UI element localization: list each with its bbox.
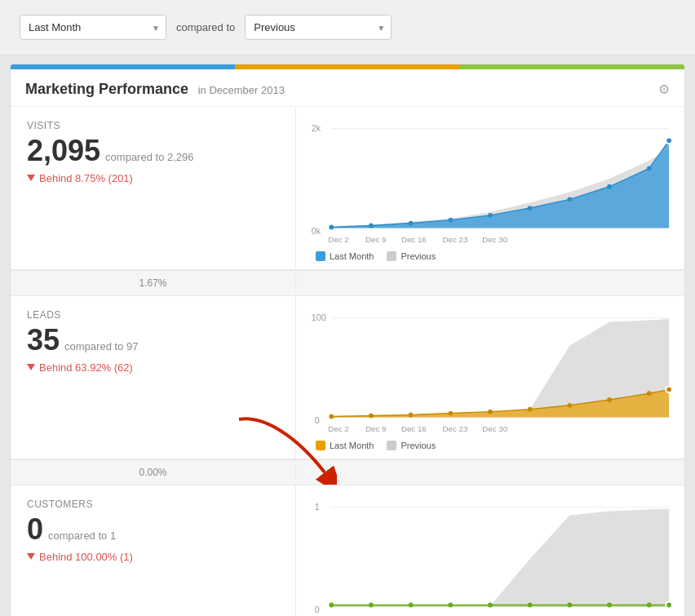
svg-point-53 [488, 603, 493, 608]
metric-right-visits: 2k 0k [296, 107, 684, 269]
visits-legend-prev-label: Previous [401, 251, 436, 261]
customers-label: Customers [27, 499, 279, 510]
leads-legend-previous: Previous [387, 441, 436, 450]
visits-legend-previous: Previous [387, 251, 436, 261]
svg-point-31 [488, 410, 493, 414]
metric-row-leads: Leads 35 compared to 97 Behind 63.92% (6… [11, 296, 684, 459]
customers-change: Behind 100.00% (1) [27, 551, 279, 563]
svg-text:Dec 2: Dec 2 [328, 235, 348, 244]
svg-point-49 [329, 603, 334, 608]
leads-legend-dot-orange [316, 441, 325, 450]
svg-point-52 [448, 603, 453, 608]
svg-point-6 [329, 225, 334, 230]
svg-marker-5 [331, 140, 669, 228]
svg-point-32 [528, 407, 533, 412]
color-bar-blue [11, 64, 235, 69]
svg-point-30 [448, 411, 453, 416]
svg-point-50 [369, 603, 374, 608]
leads-legend: Last Month Previous [308, 441, 673, 450]
visits-value: 2,095 [27, 135, 100, 167]
visits-legend-last-month: Last Month [316, 251, 374, 261]
svg-text:Dec 23: Dec 23 [443, 424, 468, 433]
color-bar-green [460, 64, 684, 69]
panel-title-area: Marketing Performance in December 2013 [25, 81, 285, 98]
metric-row-customers: Customers 0 compared to 1 Behind 100.00%… [11, 485, 684, 616]
svg-text:Dec 16: Dec 16 [401, 235, 427, 244]
metric-right-leads: 100 0 [296, 296, 684, 459]
svg-text:Dec 9: Dec 9 [365, 424, 386, 433]
svg-point-54 [528, 603, 533, 608]
gear-icon[interactable]: ⚙ [658, 82, 670, 97]
svg-point-14 [647, 166, 652, 171]
svg-point-10 [488, 213, 493, 218]
leads-label: Leads [27, 309, 279, 321]
customers-value: 0 [27, 513, 43, 546]
customers-compared: compared to 1 [48, 530, 116, 542]
leads-compared: compared to 97 [64, 340, 138, 352]
metric-left-leads: Leads 35 compared to 97 Behind 63.92% (6… [11, 296, 296, 459]
svg-point-29 [409, 413, 414, 418]
separator-leads-value: 0.00% [11, 464, 296, 481]
separator-visits-leads: 1.67% [11, 270, 684, 296]
leads-legend-last-month: Last Month [316, 441, 374, 450]
metrics-container: Visits 2,095 compared to 2,296 Behind 8.… [11, 107, 684, 616]
metric-right-customers: 1 0 [296, 485, 684, 616]
svg-point-51 [409, 603, 414, 608]
customers-down-arrow [27, 553, 35, 560]
compared-to-label: compared to [176, 21, 235, 33]
visits-compared: compared to 2,296 [105, 151, 193, 163]
svg-point-11 [528, 206, 533, 211]
svg-text:Dec 2: Dec 2 [328, 424, 348, 433]
leads-value: 35 [27, 324, 60, 357]
panel-subtitle: in December 2013 [198, 84, 285, 96]
separator-leads-customers: 0.00% [11, 459, 684, 485]
panel-title: Marketing Performance [25, 81, 188, 97]
metric-left-customers: Customers 0 compared to 1 Behind 100.00%… [11, 485, 296, 616]
visits-legend-dot-gray [387, 251, 396, 261]
separator-right-1 [296, 275, 684, 291]
svg-point-34 [607, 397, 612, 402]
svg-text:Dec 9: Dec 9 [365, 235, 386, 244]
svg-text:2k: 2k [312, 123, 321, 133]
main-panel: Marketing Performance in December 2013 ⚙… [10, 64, 685, 616]
color-bar-orange [235, 64, 459, 69]
metric-left-visits: Visits 2,095 compared to 2,296 Behind 8.… [11, 107, 296, 269]
period-select-wrapper[interactable]: Last Month This Month Last Week [20, 15, 166, 40]
svg-point-7 [369, 224, 374, 228]
svg-text:0k: 0k [312, 226, 321, 236]
svg-text:Dec 30: Dec 30 [482, 424, 507, 433]
visits-legend-dot-blue [316, 251, 325, 261]
svg-point-58 [666, 602, 672, 609]
svg-point-15 [666, 137, 672, 144]
metric-row-visits: Visits 2,095 compared to 2,296 Behind 8.… [11, 107, 684, 270]
svg-text:Dec 23: Dec 23 [443, 235, 468, 244]
separator-visits-value: 1.67% [11, 275, 296, 291]
svg-text:0: 0 [315, 605, 320, 614]
svg-point-13 [607, 184, 612, 189]
svg-point-27 [329, 414, 334, 419]
svg-point-35 [647, 391, 652, 396]
svg-point-8 [409, 221, 414, 226]
visits-legend-label: Last Month [330, 251, 374, 261]
visits-change-text: Behind 8.75% (201) [39, 172, 133, 184]
svg-text:1: 1 [315, 502, 320, 512]
leads-change: Behind 63.92% (62) [27, 361, 279, 374]
svg-point-28 [369, 414, 374, 419]
leads-change-text: Behind 63.92% (62) [39, 361, 133, 374]
leads-legend-label: Last Month [330, 441, 374, 450]
visits-chart: 2k 0k [308, 115, 673, 261]
svg-point-33 [567, 403, 572, 408]
svg-point-55 [567, 603, 572, 608]
leads-chart: 100 0 [308, 304, 673, 450]
customers-chart: 1 0 [308, 494, 673, 616]
compare-select-wrapper[interactable]: Previous Previous Year [245, 15, 392, 40]
svg-text:Dec 16: Dec 16 [401, 424, 427, 433]
color-bar [11, 64, 684, 69]
visits-label: Visits [27, 120, 279, 131]
period-select[interactable]: Last Month This Month Last Week [20, 15, 166, 40]
svg-text:Dec 30: Dec 30 [482, 235, 507, 244]
svg-marker-47 [331, 509, 669, 607]
compare-select[interactable]: Previous Previous Year [245, 15, 392, 40]
svg-point-12 [567, 197, 572, 202]
visits-change: Behind 8.75% (201) [27, 172, 279, 184]
